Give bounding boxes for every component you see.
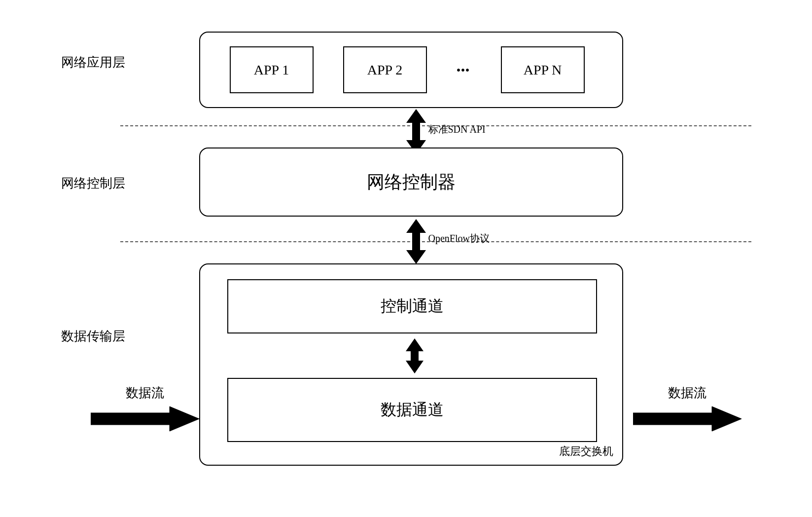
svg-marker-6 xyxy=(91,406,199,431)
app-layer-label: 网络应用层 xyxy=(61,54,125,71)
app2-label: APP 2 xyxy=(367,62,402,78)
data-flow-out-group: 数据流 xyxy=(633,384,741,433)
openflow-arrow-group: OpenFlow协议 xyxy=(401,218,431,265)
switch-label: 底层交换机 xyxy=(559,444,613,459)
architecture-diagram: APP 1 APP 2 ··· APP N 网络应用层 标准SDN API xyxy=(61,22,751,495)
app1-box: APP 1 xyxy=(230,46,314,93)
switch-outer-box: 底层交换机 控制通道 数据通道 xyxy=(199,263,623,466)
data-flow-out-label: 数据流 xyxy=(668,384,706,402)
data-flow-in-arrow xyxy=(91,406,199,433)
app-layer-container: APP 1 APP 2 ··· APP N xyxy=(199,32,623,108)
app1-label: APP 1 xyxy=(254,62,289,78)
openflow-label: OpenFlow协议 xyxy=(428,232,490,245)
data-layer-label: 数据传输层 xyxy=(61,328,125,345)
control-layer-label: 网络控制层 xyxy=(61,175,125,192)
ellipsis-label: ··· xyxy=(457,60,470,80)
app2-box: APP 2 xyxy=(343,46,427,93)
controller-label: 网络控制器 xyxy=(367,170,456,194)
control-channel-label: 控制通道 xyxy=(381,295,444,317)
inner-bidirectional-arrow xyxy=(400,337,429,374)
data-flow-in-label: 数据流 xyxy=(126,384,164,402)
svg-marker-7 xyxy=(633,406,741,431)
inner-arrow-group xyxy=(400,337,429,378)
data-flow-out-arrow xyxy=(633,406,741,433)
data-flow-in-group: 数据流 xyxy=(91,384,199,433)
appN-label: APP N xyxy=(524,62,562,78)
data-channel-label: 数据通道 xyxy=(381,399,444,421)
data-channel-box: 数据通道 xyxy=(227,378,597,442)
appN-box: APP N xyxy=(501,46,585,93)
svg-marker-3 xyxy=(406,233,426,264)
openflow-arrow xyxy=(401,218,431,265)
controller-box: 网络控制器 xyxy=(199,148,623,217)
control-channel-box: 控制通道 xyxy=(227,279,597,333)
sdn-api-label: 标准SDN API xyxy=(428,123,486,136)
